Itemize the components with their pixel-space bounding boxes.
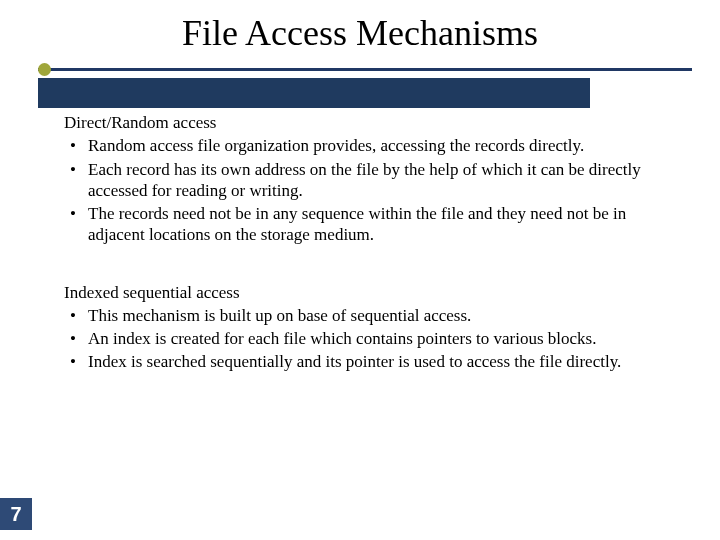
section-heading: Indexed sequential access bbox=[64, 282, 680, 303]
bullet-list: This mechanism is built up on base of se… bbox=[64, 305, 680, 373]
slide-title: File Access Mechanisms bbox=[182, 12, 538, 54]
list-item: Random access file organization provides… bbox=[64, 135, 680, 156]
section-direct-random: Direct/Random access Random access file … bbox=[64, 112, 680, 246]
title-rule bbox=[38, 62, 692, 74]
list-item: An index is created for each file which … bbox=[64, 328, 680, 349]
list-item: Each record has its own address on the f… bbox=[64, 159, 680, 202]
page-number: 7 bbox=[0, 498, 32, 530]
title-rule-line bbox=[38, 68, 692, 71]
accent-bar bbox=[38, 78, 590, 108]
bullet-list: Random access file organization provides… bbox=[64, 135, 680, 245]
list-item: The records need not be in any sequence … bbox=[64, 203, 680, 246]
list-item: Index is searched sequentially and its p… bbox=[64, 351, 680, 372]
section-indexed-sequential: Indexed sequential access This mechanism… bbox=[64, 282, 680, 373]
slide-content: Direct/Random access Random access file … bbox=[64, 112, 680, 373]
list-item: This mechanism is built up on base of se… bbox=[64, 305, 680, 326]
title-rule-dot-icon bbox=[38, 63, 51, 76]
slide-title-wrap: File Access Mechanisms bbox=[0, 0, 720, 54]
section-heading: Direct/Random access bbox=[64, 112, 680, 133]
